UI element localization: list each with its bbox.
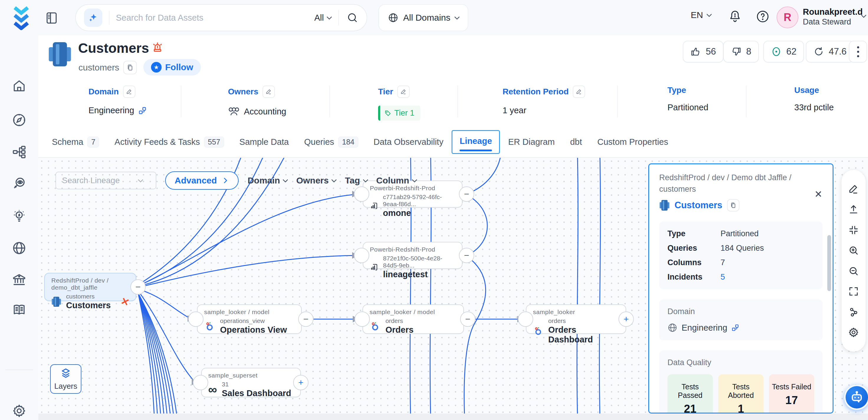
- collapse-port[interactable]: −: [460, 311, 475, 327]
- rearrange-layout-icon[interactable]: [848, 306, 859, 318]
- notifications-bell-icon[interactable]: [728, 9, 742, 24]
- edit-icon[interactable]: [262, 86, 275, 98]
- breadcrumb[interactable]: RedshiftProd / dev / Demo dbt Jaffle / c…: [659, 172, 812, 195]
- filter-domain[interactable]: Domain: [247, 176, 287, 185]
- search-input[interactable]: [116, 13, 314, 23]
- lineage-node-lineagetest[interactable]: Powerbi-Redshift-Prod 872e1f0c-500e-4e28…: [363, 242, 462, 269]
- tab-activity-feeds[interactable]: Activity Feeds & Tasks557: [115, 137, 224, 148]
- search-icon[interactable]: [346, 12, 358, 24]
- meta-label[interactable]: Owners: [228, 87, 258, 96]
- expand-port[interactable]: +: [618, 311, 634, 327]
- tab-custom-properties[interactable]: Custom Properties: [597, 137, 668, 147]
- subdomain-link-icon: [732, 324, 739, 332]
- port-in[interactable]: [354, 248, 369, 263]
- lineage-search-select[interactable]: [56, 172, 156, 189]
- insights-bulb-icon[interactable]: [12, 209, 27, 223]
- govern-bank-icon[interactable]: [12, 272, 27, 287]
- collapse-port[interactable]: −: [130, 279, 146, 295]
- lineage-search-input[interactable]: [62, 176, 138, 185]
- lineage-node-sales-dashboard[interactable]: sample_superset ∞ 31Sales Dashboard: [201, 368, 301, 397]
- expand-port[interactable]: +: [293, 375, 309, 390]
- sidebar-toggle-icon[interactable]: [45, 11, 58, 25]
- downvote-button[interactable]: 8: [723, 41, 759, 63]
- user-avatar[interactable]: R: [777, 6, 798, 28]
- language-selector[interactable]: EN: [691, 10, 711, 20]
- close-icon[interactable]: ×: [815, 188, 822, 200]
- redshift-icon: [659, 199, 670, 211]
- watch-count-button[interactable]: 62: [763, 41, 804, 63]
- panel-scrollbar[interactable]: [827, 235, 831, 291]
- home-icon[interactable]: [12, 79, 27, 93]
- user-menu[interactable]: Rounakpreet.d Data Steward: [803, 6, 863, 27]
- export-icon[interactable]: [848, 204, 859, 215]
- tier-badge[interactable]: Tier 1: [378, 106, 420, 121]
- advanced-lineage-button[interactable]: Advanced: [165, 171, 239, 190]
- collapse-port[interactable]: −: [298, 311, 313, 327]
- lineage-node-customers[interactable]: RedshiftProd / dev / demo_dbt_jaffle cus…: [44, 273, 136, 301]
- copy-icon[interactable]: [727, 199, 739, 211]
- zoom-out-icon[interactable]: [848, 266, 859, 277]
- tab-er-diagram[interactable]: ER Diagram: [508, 137, 555, 147]
- fit-view-icon[interactable]: [848, 224, 859, 236]
- meta-label[interactable]: Retention Period: [503, 87, 569, 96]
- meta-label[interactable]: Tier: [378, 87, 393, 96]
- alert-siren-icon[interactable]: [151, 41, 164, 54]
- port-in[interactable]: [193, 375, 208, 390]
- fullscreen-icon[interactable]: [848, 286, 859, 297]
- refresh-score-button[interactable]: 47.6: [806, 41, 854, 63]
- layers-button[interactable]: Layers: [50, 364, 82, 394]
- assistant-bot-button[interactable]: [844, 385, 868, 410]
- lineage-node-operations-view[interactable]: sample_looker / model operations_viewOpe…: [197, 304, 302, 334]
- help-icon[interactable]: [756, 9, 770, 24]
- zoom-in-icon[interactable]: [848, 245, 859, 256]
- port-in[interactable]: [518, 311, 533, 327]
- filter-column[interactable]: Column: [376, 176, 417, 185]
- platform-lineage-icon[interactable]: [12, 145, 27, 159]
- app-logo-icon[interactable]: [10, 5, 32, 30]
- domain-link[interactable]: Engineering: [682, 323, 727, 333]
- tab-schema[interactable]: Schema7: [52, 137, 99, 148]
- search-scope-select[interactable]: All: [314, 13, 331, 23]
- global-search[interactable]: All: [75, 4, 367, 31]
- incident-icon[interactable]: ✕: [119, 295, 131, 308]
- port-in[interactable]: [354, 186, 369, 202]
- tab-data-observability[interactable]: Data Observability: [374, 137, 443, 147]
- chevron-down-icon: [412, 177, 417, 182]
- domains-globe-icon[interactable]: [12, 241, 27, 256]
- panel-entity-link[interactable]: Customers: [675, 200, 722, 211]
- settings-gear-icon[interactable]: [12, 403, 27, 418]
- observability-icon[interactable]: [12, 176, 27, 191]
- tab-lineage-active[interactable]: Lineage: [452, 130, 500, 154]
- powerbi-icon: [370, 262, 378, 272]
- collapse-port[interactable]: −: [459, 248, 474, 263]
- divider: [617, 86, 618, 117]
- meta-label: Usage: [794, 86, 819, 95]
- more-actions-button[interactable]: [849, 41, 867, 63]
- entity-header: Customers customers ★ Follow 56 8 62 47.…: [38, 35, 868, 80]
- tests-aborted-tile: Tests Aborted 1: [718, 374, 764, 414]
- filter-owners[interactable]: Owners: [296, 176, 336, 185]
- settings-gear-icon[interactable]: [848, 327, 859, 338]
- lineage-node-orders-dashboard[interactable]: sample_looker ordersOrders Dashboard: [526, 304, 626, 334]
- port-in[interactable]: [188, 311, 204, 327]
- ai-sparkle-icon[interactable]: [84, 8, 102, 27]
- all-domains-selector[interactable]: All Domains: [378, 4, 468, 31]
- tab-sample-data[interactable]: Sample Data: [240, 137, 289, 147]
- port-in[interactable]: [354, 311, 370, 327]
- edit-icon[interactable]: [573, 86, 585, 98]
- upvote-button[interactable]: 56: [683, 41, 723, 63]
- filter-tag[interactable]: Tag: [345, 176, 367, 185]
- glossary-book-icon[interactable]: [12, 303, 27, 318]
- meta-label[interactable]: Domain: [89, 87, 119, 96]
- explore-compass-icon[interactable]: [12, 113, 27, 127]
- collapse-port[interactable]: −: [459, 186, 474, 202]
- edit-lineage-icon[interactable]: [848, 183, 859, 195]
- copy-icon[interactable]: [123, 61, 137, 74]
- follow-button[interactable]: ★ Follow: [143, 59, 201, 76]
- lineage-node-orders[interactable]: sample_looker / model ordersOrders: [363, 304, 464, 334]
- incidents-link[interactable]: 5: [720, 272, 725, 282]
- edit-icon[interactable]: [123, 86, 135, 98]
- tab-queries[interactable]: Queries184: [304, 137, 358, 148]
- tab-dbt[interactable]: dbt: [570, 137, 582, 147]
- edit-icon[interactable]: [397, 86, 410, 98]
